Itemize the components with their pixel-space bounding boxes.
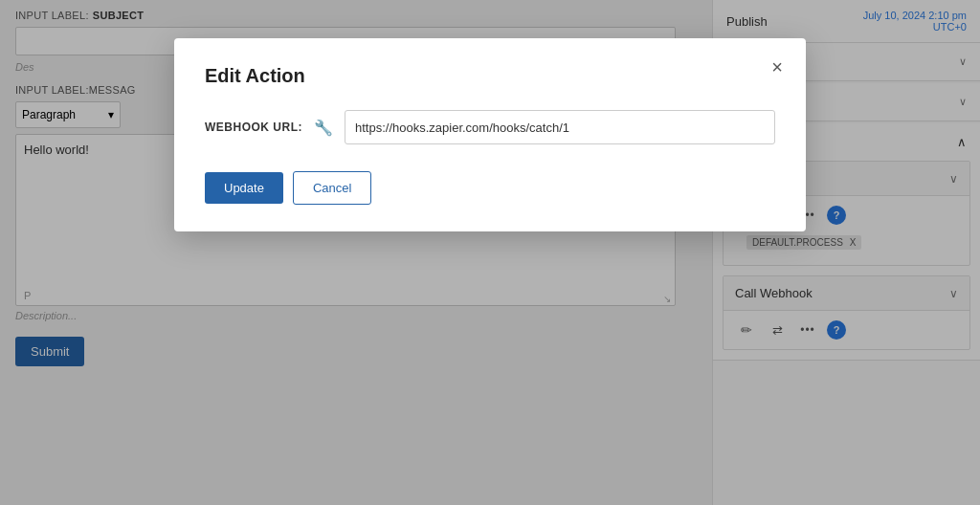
wrench-icon: 🔧 <box>314 119 333 137</box>
modal-close-button[interactable]: × <box>771 57 783 77</box>
modal-title: Edit Action <box>205 65 775 87</box>
modal-actions: Update Cancel <box>205 171 775 205</box>
edit-action-modal: Edit Action × WEBHOOK URL: 🔧 Update Canc… <box>174 38 806 231</box>
modal-webhook-url-row: WEBHOOK URL: 🔧 <box>205 110 775 144</box>
modal-overlay: Edit Action × WEBHOOK URL: 🔧 Update Canc… <box>0 0 980 505</box>
page: INPUT LABEL: SUBJECT Des INPUT LABEL: ME… <box>0 0 980 505</box>
cancel-button[interactable]: Cancel <box>293 171 371 205</box>
webhook-url-label: WEBHOOK URL: <box>205 121 302 134</box>
webhook-url-input[interactable] <box>345 110 775 144</box>
update-button[interactable]: Update <box>205 172 283 204</box>
